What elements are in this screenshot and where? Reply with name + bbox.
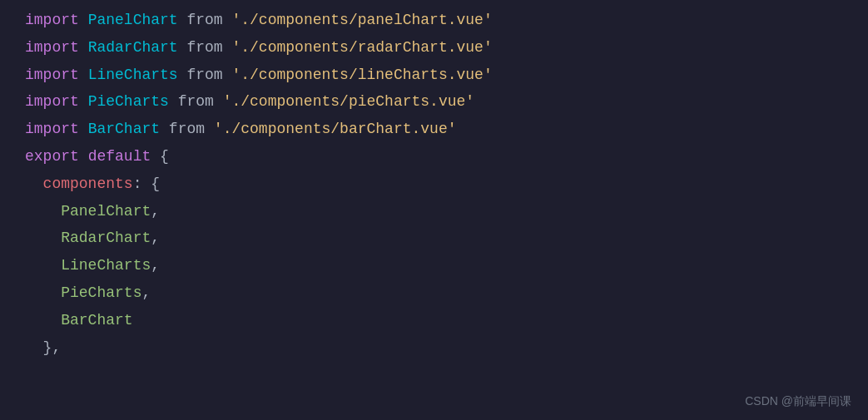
code-line: import RadarChart from './components/rad… (25, 34, 868, 62)
code-token-kw-import: import (25, 117, 88, 141)
code-token-string: './components/radarChart.vue' (231, 36, 492, 60)
code-token-kw-from: from (178, 36, 232, 60)
code-token-plain (25, 226, 61, 250)
code-line: LineCharts, (25, 252, 868, 279)
code-token-string: './components/pieCharts.vue' (223, 90, 474, 114)
code-token-component-name: BarChart (88, 117, 160, 141)
code-token-plain (25, 336, 43, 360)
watermark: CSDN @前端早间课 (745, 392, 851, 410)
code-token-kw-export: export (25, 145, 88, 169)
code-token-kw-from: from (178, 63, 232, 87)
code-line: import BarChart from './components/barCh… (25, 116, 868, 143)
code-token-kw-import: import (25, 63, 88, 87)
code-token-value-component: BarChart (61, 309, 132, 333)
code-token-kw-import: import (25, 90, 88, 114)
code-token-plain: , (151, 200, 160, 224)
code-token-plain (25, 172, 43, 196)
code-token-plain: , (141, 281, 151, 305)
code-token-kw-default: default (88, 145, 160, 169)
code-token-string: './components/lineCharts.vue' (231, 63, 492, 87)
code-line: BarChart (25, 307, 868, 334)
code-token-component-name: PieCharts (88, 90, 169, 114)
code-token-plain (25, 200, 61, 224)
code-token-plain: , (151, 226, 160, 250)
code-token-punctuation: { (160, 145, 169, 169)
code-line: export default { (25, 143, 868, 170)
code-token-plain: , (151, 254, 160, 278)
code-line: PieCharts, (25, 279, 868, 307)
code-token-value-component: LineCharts (61, 254, 151, 278)
code-token-kw-from: from (160, 117, 214, 141)
code-token-string: './components/barChart.vue' (214, 117, 457, 141)
code-line: PanelChart, (25, 198, 868, 225)
code-token-value-component: PieCharts (61, 281, 141, 305)
code-token-kw-import: import (25, 8, 88, 32)
code-token-plain (25, 309, 61, 333)
code-token-plain (25, 281, 61, 305)
code-token-component-name: PanelChart (88, 8, 178, 32)
code-token-kw-import: import (25, 36, 88, 60)
code-token-plain: : { (133, 172, 160, 196)
code-line: RadarChart, (25, 225, 868, 252)
code-line: import PieCharts from './components/pieC… (25, 88, 868, 116)
code-token-plain (25, 254, 61, 278)
code-token-component-name: RadarChart (88, 36, 178, 60)
code-token-key: components (43, 172, 133, 196)
code-token-value-component: RadarChart (61, 226, 151, 250)
code-line: }, (25, 334, 868, 362)
code-block: import PanelChart from './components/pan… (0, 0, 868, 368)
code-line: import PanelChart from './components/pan… (25, 7, 868, 34)
code-token-component-name: LineCharts (88, 63, 178, 87)
code-token-plain: }, (43, 336, 62, 360)
code-line: components: { (25, 170, 868, 198)
code-token-string: './components/panelChart.vue' (231, 8, 492, 32)
code-token-kw-from: from (169, 90, 223, 114)
code-token-value-component: PanelChart (61, 200, 151, 224)
code-token-kw-from: from (178, 8, 232, 32)
code-line: import LineCharts from './components/lin… (25, 62, 868, 89)
